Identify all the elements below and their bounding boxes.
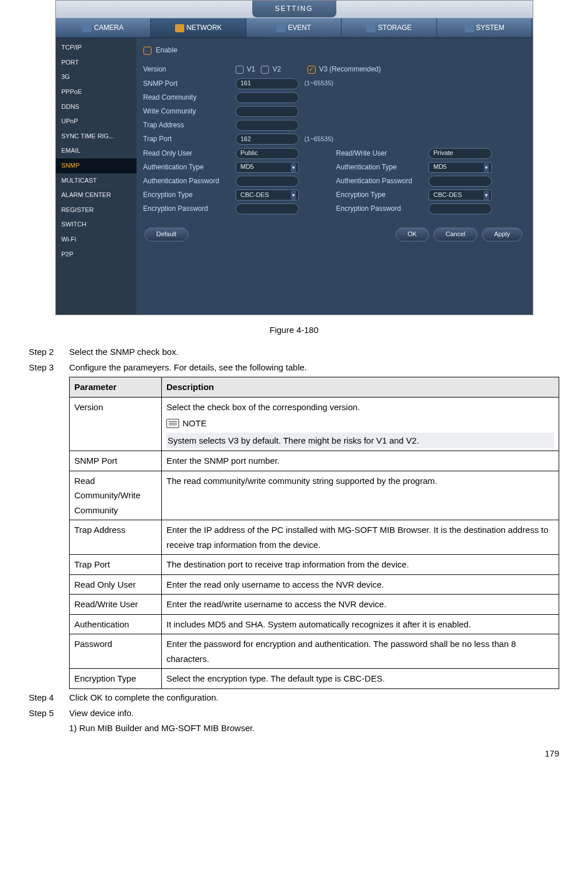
v1-label: V1	[247, 64, 256, 75]
enable-label: Enable	[156, 45, 177, 56]
field-label: SNMP Port	[143, 78, 236, 89]
field-label: Trap Port	[143, 134, 236, 145]
field-input[interactable]	[236, 176, 299, 187]
step-body: Select the SNMP check box.	[69, 345, 559, 359]
network-icon	[175, 24, 184, 32]
event-icon	[276, 24, 286, 32]
step-label: Step 2	[29, 345, 69, 359]
param-cell: Read Only User	[70, 574, 162, 595]
v1-checkbox[interactable]	[236, 66, 244, 74]
param-cell: Encryption Type	[70, 669, 162, 689]
field-input[interactable]	[428, 176, 492, 187]
desc-cell: The destination port to receive trap inf…	[162, 555, 559, 575]
param-cell: Trap Address	[70, 520, 162, 555]
sidebar-item-snmp[interactable]: SNMP	[56, 158, 136, 173]
step-body: View device info. 1) Run MIB Builder and…	[69, 706, 559, 735]
field-label: Encryption Type	[336, 190, 428, 200]
step-sub1: 1) Run MIB Builder and MG-SOFT MIB Brows…	[69, 721, 559, 735]
step-3: Step 3 Configure the parameyers. For det…	[29, 361, 559, 689]
tab-network[interactable]: NETWORK	[151, 18, 246, 37]
step-2: Step 2 Select the SNMP check box.	[29, 345, 559, 359]
main-tabs: CAMERA NETWORK EVENT STORAGE SYSTEM	[56, 18, 533, 38]
tab-label: STORAGE	[378, 22, 411, 33]
sidebar-item-ddns[interactable]: DDNS	[56, 100, 136, 115]
desc-cell: Select the encryption type. The default …	[162, 669, 559, 689]
field-label: Write Community	[143, 106, 236, 117]
default-button[interactable]: Default	[145, 228, 189, 241]
sidebar-item-p2p[interactable]: P2P	[56, 247, 136, 262]
field-input[interactable]: MD5	[428, 162, 492, 173]
field-input[interactable]	[236, 120, 299, 131]
desc-cell: Enter the read/write username to access …	[162, 595, 559, 615]
step-body: Click OK to complete the configuration.	[69, 691, 559, 705]
sidebar-item-alarm-center[interactable]: ALARM CENTER	[56, 188, 136, 203]
th-parameter: Parameter	[70, 377, 162, 398]
bottom-bar: Default OK Cancel Apply	[143, 217, 523, 243]
field-label: Read/Write User	[336, 148, 428, 159]
field-input[interactable]: Public	[236, 148, 299, 159]
field-input[interactable]	[236, 106, 299, 117]
tab-storage[interactable]: STORAGE	[342, 18, 437, 37]
desc-cell: The read community/write community strin…	[162, 471, 559, 520]
field-input[interactable]: 161	[236, 78, 299, 89]
version-label: Version	[143, 64, 236, 75]
param-cell: Password	[70, 634, 162, 669]
sidebar-item-wi-fi[interactable]: Wi-Fi	[56, 232, 136, 247]
v2-checkbox[interactable]	[261, 66, 269, 74]
page-number: 179	[29, 747, 559, 760]
sidebar-item-tcp-ip[interactable]: TCP/IP	[56, 40, 136, 55]
desc-cell: Select the check box of the correspondin…	[162, 397, 559, 451]
sidebar-item-port[interactable]: PORT	[56, 55, 136, 70]
sidebar-item-multicast[interactable]: MULTICAST	[56, 173, 136, 188]
tab-label: SYSTEM	[476, 22, 504, 33]
settings-panel: Enable Version V1 V2 ✓V3 (Recommended) S…	[136, 38, 533, 315]
field-label: Encryption Type	[143, 190, 236, 200]
tab-label: EVENT	[288, 22, 311, 33]
param-cell: Read/Write User	[70, 595, 162, 615]
system-icon	[465, 24, 474, 32]
note-label: NOTE	[183, 416, 207, 431]
step-label: Step 3	[29, 361, 69, 689]
field-input[interactable]	[428, 203, 492, 214]
cancel-button[interactable]: Cancel	[434, 228, 477, 241]
sidebar-item-3g[interactable]: 3G	[56, 70, 136, 85]
step-body: Configure the parameyers. For details, s…	[69, 361, 559, 689]
tab-event[interactable]: EVENT	[246, 18, 342, 37]
sidebar-item-sync-time-rig-[interactable]: SYNC TIME RIG...	[56, 129, 136, 144]
field-input[interactable]	[236, 92, 299, 103]
v3-checkbox[interactable]: ✓	[308, 66, 316, 74]
field-input[interactable]: CBC-DES	[236, 190, 299, 200]
field-input[interactable]: Private	[428, 148, 492, 159]
desc-cell: It includes MD5 and SHA. System automati…	[162, 614, 559, 634]
field-input[interactable]: CBC-DES	[428, 190, 492, 200]
field-label: Authentication Type	[143, 162, 236, 173]
field-input[interactable]: 162	[236, 134, 299, 145]
parameters-table: Parameter Description VersionSelect the …	[69, 377, 559, 689]
sidebar: TCP/IPPORT3GPPPoEDDNSUPnPSYNC TIME RIG..…	[56, 38, 136, 315]
enable-checkbox[interactable]	[143, 47, 151, 55]
sidebar-item-register[interactable]: REGISTER	[56, 203, 136, 218]
field-label: Trap Address	[143, 120, 236, 131]
tab-camera[interactable]: CAMERA	[56, 18, 151, 37]
sidebar-item-switch[interactable]: SWITCH	[56, 217, 136, 232]
field-input[interactable]	[236, 203, 299, 214]
title-bar: SETTING	[56, 1, 533, 18]
field-label: Authentication Password	[143, 176, 236, 187]
desc-cell: Enter the SNMP port number.	[162, 451, 559, 471]
apply-button[interactable]: Apply	[482, 228, 522, 241]
param-cell: SNMP Port	[70, 451, 162, 471]
th-description: Description	[162, 377, 559, 398]
tab-system[interactable]: SYSTEM	[437, 18, 533, 37]
ok-button[interactable]: OK	[396, 228, 429, 241]
step-label: Step 4	[29, 691, 69, 705]
sidebar-item-pppoe[interactable]: PPPoE	[56, 85, 136, 100]
field-label: Authentication Password	[336, 176, 428, 187]
sidebar-item-upnp[interactable]: UPnP	[56, 114, 136, 129]
v2-label: V2	[272, 64, 281, 75]
sidebar-item-email[interactable]: EMAIL	[56, 143, 136, 158]
field-hint: (1~65535)	[305, 78, 333, 89]
note-icon	[166, 419, 179, 428]
storage-icon	[366, 24, 375, 32]
field-input[interactable]: MD5	[236, 162, 299, 173]
field-label: Read Community	[143, 92, 236, 103]
